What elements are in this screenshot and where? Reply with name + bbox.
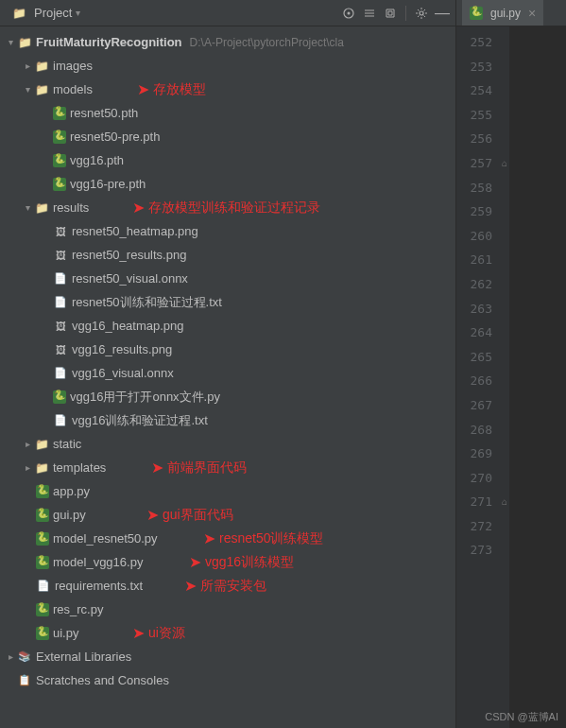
annotation: ➤ui资源: [132, 624, 185, 642]
folder-label: static: [53, 437, 81, 451]
divider: [405, 6, 406, 21]
file-icon: [53, 366, 68, 381]
project-dropdown[interactable]: Project ▾: [6, 4, 86, 23]
line-number: 273: [456, 538, 509, 563]
chevron-down-icon: ▾: [76, 8, 80, 18]
tree-file[interactable]: vgg16.pth: [0, 148, 455, 172]
line-number: 262: [456, 272, 509, 297]
folder-label: results: [53, 200, 89, 215]
scratches-label: Scratches and Consoles: [36, 673, 169, 687]
line-number: 252: [456, 30, 509, 55]
project-panel: Project ▾ — FruitMaturityRecognition D:\…: [0, 0, 456, 728]
scratch-icon: [17, 673, 32, 688]
chevron-right-icon: [4, 650, 17, 664]
editor-tabs: gui.py ×: [456, 0, 566, 26]
tree-file[interactable]: vgg16_heatmap.png: [0, 314, 455, 338]
python-icon: [36, 603, 49, 616]
line-number: 261: [456, 248, 509, 272]
tree-file[interactable]: resnet50_visual.onnx: [0, 267, 455, 290]
tree-folder-static[interactable]: static: [0, 432, 455, 456]
project-toolbar: Project ▾ —: [0, 0, 455, 26]
tree-file[interactable]: vgg16-pre.pth: [0, 172, 455, 196]
line-number: 272: [456, 514, 509, 539]
python-icon: [36, 556, 49, 569]
python-icon: [53, 130, 66, 144]
close-icon[interactable]: ×: [528, 6, 536, 21]
chevron-right-icon: [21, 438, 34, 451]
line-number: 258: [456, 176, 509, 200]
python-icon: [36, 627, 49, 640]
python-icon: [36, 532, 49, 546]
tab-gui[interactable]: gui.py ×: [462, 0, 543, 26]
line-number: 270: [456, 466, 509, 491]
folder-label: templates: [53, 460, 106, 475]
python-icon: [53, 107, 66, 120]
chevron-down-icon: [21, 201, 34, 215]
line-number: 259: [456, 199, 509, 224]
annotation: ➤gui界面代码: [146, 506, 233, 524]
folder-icon: [34, 437, 49, 452]
expand-icon[interactable]: [362, 6, 377, 21]
tree-file[interactable]: ui.py ➤ui资源: [0, 621, 455, 645]
tree-file[interactable]: resnet50训练和验证过程.txt: [0, 290, 455, 314]
root-name: FruitMaturityRecognition: [36, 35, 182, 49]
tree-folder-results[interactable]: results ➤存放模型训练和验证过程记录: [0, 196, 455, 219]
annotation: ➤vgg16训练模型: [189, 553, 294, 571]
folder-icon: [34, 200, 49, 216]
text-icon: [53, 295, 68, 310]
watermark: CSDN @蓝博AI: [485, 710, 558, 724]
target-icon[interactable]: [341, 6, 356, 21]
external-libs-label: External Libraries: [36, 650, 131, 664]
tree-root[interactable]: FruitMaturityRecognition D:\A-Project\py…: [0, 30, 455, 54]
python-icon: [36, 509, 49, 522]
line-number: 271⌂: [456, 490, 509, 514]
tree-file[interactable]: resnet50-pre.pth: [0, 125, 455, 148]
line-number: 260: [456, 224, 509, 249]
tree-file[interactable]: gui.py ➤gui界面代码: [0, 503, 455, 527]
tree-file[interactable]: app.py: [0, 479, 455, 503]
tree-file[interactable]: res_rc.py: [0, 598, 455, 621]
tree-file[interactable]: resnet50.pth: [0, 101, 455, 125]
annotation: ➤前端界面代码: [151, 459, 247, 477]
tree-file[interactable]: vgg16_visual.onnx: [0, 361, 455, 385]
library-icon: [17, 650, 32, 665]
tree-file[interactable]: vgg16_results.png: [0, 338, 455, 361]
tree-file[interactable]: model_vgg16.py ➤vgg16训练模型: [0, 550, 455, 574]
collapse-icon[interactable]: [383, 6, 398, 21]
text-icon: [53, 413, 68, 428]
chevron-down-icon: [4, 36, 17, 49]
tree-file[interactable]: vgg16训练和验证过程.txt: [0, 408, 455, 432]
tree-file[interactable]: resnet50_heatmap.png: [0, 219, 455, 243]
image-icon: [53, 224, 68, 239]
tree-folder-templates[interactable]: templates ➤前端界面代码: [0, 456, 455, 479]
image-icon: [53, 248, 68, 263]
editor-area[interactable]: 252253254255256257⌂258259260261262263264…: [456, 26, 566, 728]
tree-file[interactable]: vgg16用于打开onnx文件.py: [0, 385, 455, 408]
root-path: D:\A-Project\pytorchProject\cla: [190, 36, 344, 49]
image-icon: [53, 342, 68, 357]
tree-file[interactable]: model_resnet50.py ➤resnet50训练模型: [0, 527, 455, 550]
tree-scratches[interactable]: Scratches and Consoles: [0, 668, 455, 692]
text-icon: [36, 579, 51, 594]
folder-icon: [34, 82, 49, 97]
line-number: 255: [456, 103, 509, 128]
line-number: 253: [456, 55, 509, 79]
folder-icon: [34, 460, 49, 476]
python-icon: [53, 390, 66, 404]
project-icon: [11, 6, 26, 21]
chevron-right-icon: [21, 461, 34, 475]
svg-point-2: [420, 11, 423, 15]
file-icon: [53, 271, 68, 286]
hide-icon[interactable]: —: [435, 6, 450, 21]
line-number: 269: [456, 442, 509, 466]
tree-file[interactable]: requirements.txt ➤所需安装包: [0, 574, 455, 598]
tree-external-libraries[interactable]: External Libraries: [0, 645, 455, 668]
gear-icon[interactable]: [414, 6, 429, 21]
tree-folder-images[interactable]: images: [0, 54, 455, 78]
gutter-marker-icon: ⌂: [502, 490, 507, 514]
project-tree: FruitMaturityRecognition D:\A-Project\py…: [0, 26, 455, 728]
tree-file[interactable]: resnet50_results.png: [0, 243, 455, 267]
folder-icon: [17, 35, 32, 50]
gutter-marker-icon: ⌂: [502, 151, 507, 176]
tree-folder-models[interactable]: models ➤存放模型: [0, 78, 455, 101]
